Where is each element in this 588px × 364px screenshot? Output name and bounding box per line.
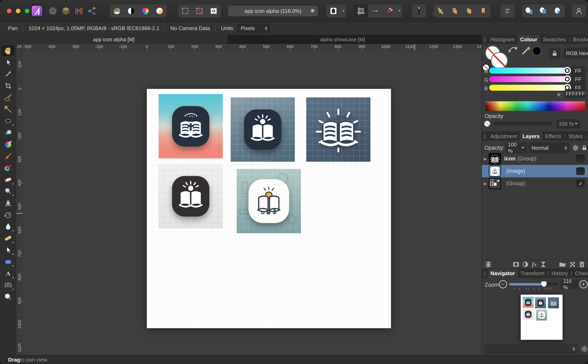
channel-slider[interactable] — [489, 67, 569, 74]
colour-tab-histogram[interactable]: Histogram — [488, 35, 517, 44]
node-tool[interactable] — [2, 245, 15, 255]
delete-layer-button[interactable] — [578, 261, 586, 268]
navigator-tab-transform[interactable]: Transform — [518, 269, 547, 278]
hex-value-field[interactable]: FFFFFF — [565, 89, 586, 98]
channel-slider[interactable] — [489, 84, 569, 91]
zoom-slider-knob[interactable] — [541, 281, 547, 287]
noise-toggle-icon[interactable] — [484, 120, 491, 127]
new-group-button[interactable] — [559, 261, 566, 268]
dropdown-arrow-icon[interactable]: ▼ — [342, 9, 345, 13]
new-pattern-button[interactable] — [569, 261, 576, 268]
navigator-tab-navigator[interactable]: Navigator — [488, 269, 518, 278]
layer-settings-button[interactable] — [572, 144, 579, 152]
zoom-tool[interactable] — [2, 292, 15, 302]
layer-row-3[interactable]: ▶(Group)✓ — [482, 177, 588, 190]
zoom-window-button[interactable] — [25, 9, 29, 13]
affinity-photo-button[interactable] — [31, 4, 44, 18]
insert-on-top-button[interactable] — [536, 5, 551, 18]
gradient-tool[interactable] — [2, 139, 15, 150]
panel-grip-icon[interactable]: ∥ — [482, 270, 488, 276]
auto-white-balance-button[interactable] — [153, 5, 167, 18]
layers-tab-adjustment[interactable]: Adjustment — [488, 132, 520, 141]
layers-tab-styles[interactable]: Styles — [566, 132, 586, 141]
app-icon-charcoal-sunbook[interactable] — [523, 309, 534, 320]
layers-tab-effects[interactable]: Effects — [543, 132, 564, 141]
app-icon-rays-flat[interactable] — [306, 98, 370, 162]
stepper-icon[interactable] — [261, 26, 268, 30]
channel-value-field[interactable]: FF — [571, 75, 586, 84]
blur-brush-tool[interactable] — [2, 221, 15, 232]
document-tab-1[interactable]: app icon alpha [M] — [0, 35, 228, 44]
channel-slider-knob[interactable] — [564, 75, 571, 83]
view-tool[interactable] — [2, 45, 15, 56]
app-icon-rays-flat[interactable] — [548, 297, 559, 308]
picked-colour-swatch[interactable] — [532, 46, 542, 56]
snapping-manager-button[interactable] — [354, 5, 368, 18]
auto-contrast-button[interactable] — [124, 5, 138, 18]
colour-format-select[interactable]: RGB Hex — [564, 48, 588, 59]
deselect-button[interactable] — [192, 5, 207, 18]
mask-layer-button[interactable] — [512, 261, 520, 268]
tone-mapping-persona-button[interactable] — [72, 4, 85, 18]
app-icon-outline-teal[interactable] — [237, 169, 301, 233]
app-icon-charcoal-sunbook[interactable] — [159, 164, 223, 228]
navigator-settings-button[interactable] — [581, 345, 588, 353]
colour-picker-icon[interactable] — [521, 45, 531, 56]
selection-brush-tool[interactable] — [2, 92, 15, 103]
text-tool[interactable]: A — [2, 268, 15, 279]
zoom-out-button[interactable]: − — [499, 280, 507, 288]
move-to-back-button[interactable] — [433, 5, 448, 18]
shape-tool[interactable] — [2, 257, 15, 267]
app-icon-slate-sunbook[interactable] — [231, 98, 295, 162]
paint-brush-tool[interactable] — [2, 151, 15, 162]
assistant-manager-button[interactable] — [412, 5, 426, 18]
layer-visibility-checkbox[interactable] — [576, 167, 585, 175]
flood-select-tool[interactable] — [2, 104, 15, 115]
zoom-value-field[interactable]: 116 % — [561, 280, 578, 289]
navigator-preview[interactable] — [521, 295, 562, 340]
account-button[interactable] — [572, 5, 586, 18]
zoom-in-button[interactable]: + — [580, 280, 588, 288]
colour-spectrum-bar[interactable] — [485, 101, 585, 111]
dropdown-arrow-icon[interactable]: ▼ — [398, 9, 401, 13]
app-icon-gradient-cross[interactable] — [523, 297, 534, 308]
colour-tab-swatches[interactable]: Swatches — [540, 35, 569, 44]
expand-arrow-icon[interactable]: ▶ — [482, 156, 489, 161]
layers-tab-stock[interactable]: Stock — [587, 132, 588, 141]
forward-one-button[interactable] — [462, 5, 476, 18]
app-icon-outline-teal[interactable] — [536, 310, 547, 320]
develop-persona-button[interactable] — [59, 4, 72, 18]
blend-mode-select[interactable]: Normal — [529, 142, 570, 153]
app-icon-slate-sunbook[interactable] — [535, 297, 546, 308]
layer-visibility-checkbox[interactable]: ✓ — [576, 180, 585, 188]
crop-tool[interactable] — [2, 80, 15, 91]
live-fx-button[interactable]: fx — [531, 261, 538, 268]
undo-brush-tool[interactable] — [2, 210, 15, 220]
layer-row-2[interactable]: (Image) — [482, 165, 588, 177]
colour-replacement-brush-tool[interactable] — [2, 163, 15, 173]
navigator-tab-channels[interactable]: Channels — [572, 269, 588, 278]
auto-levels-button[interactable] — [110, 5, 124, 18]
colour-opacity-slider[interactable] — [493, 122, 552, 126]
insert-inside-button[interactable] — [551, 5, 565, 18]
back-one-button[interactable] — [448, 5, 462, 18]
export-persona-button[interactable] — [85, 4, 98, 18]
marquee-tool[interactable] — [2, 116, 15, 126]
units-select[interactable]: Pixels — [237, 24, 270, 32]
colour-tab-colour[interactable]: Colour — [517, 35, 540, 44]
insert-behind-button[interactable] — [522, 5, 536, 18]
erase-brush-tool[interactable] — [2, 175, 15, 185]
panel-grip-icon[interactable]: ∥ — [482, 133, 488, 139]
select-all-button[interactable] — [178, 5, 192, 18]
layers-opacity-select[interactable]: 100 % — [505, 142, 527, 153]
document-title-field[interactable]: app icon alpha (116.0%) ✱ — [228, 6, 318, 16]
invert-selection-button[interactable] — [207, 5, 221, 18]
channel-slider-knob[interactable] — [564, 67, 571, 74]
layer-thumbnail[interactable] — [489, 166, 501, 177]
liquify-persona-button[interactable] — [46, 4, 59, 18]
canvas-viewport[interactable] — [23, 50, 481, 355]
minimize-window-button[interactable] — [16, 9, 20, 13]
move-whole-pixels-button[interactable] — [368, 5, 382, 18]
document-canvas[interactable] — [147, 89, 391, 328]
snapping-magnet-button[interactable] — [382, 5, 396, 18]
